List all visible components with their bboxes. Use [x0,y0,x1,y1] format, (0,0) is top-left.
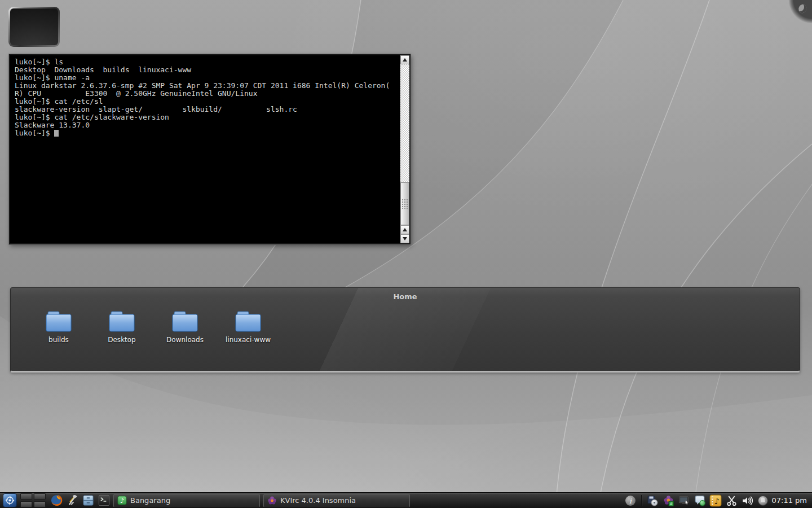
firefox-launcher[interactable] [49,493,64,508]
terminal-line: luko[~]$ uname -a [15,74,398,82]
terminal-cursor [54,130,59,137]
kvirc-tray-icon[interactable]: # [662,494,674,507]
folder-label: linuxaci-www [226,336,271,344]
tray-separator [641,495,642,506]
bangarang-icon: ♪ [117,496,127,505]
scroll-up-button[interactable] [400,55,409,64]
desktop-1-thumbnail[interactable] [20,493,32,500]
file-manager-launcher[interactable] [81,493,95,508]
desktop-4-thumbnail[interactable] [34,501,46,507]
kde-menu-button[interactable] [2,493,17,508]
terminal-line: slackware-version slapt-get/ slkbuild/ s… [15,106,398,113]
folder-view-title: Home [11,288,800,301]
messenger-icon[interactable] [694,494,706,507]
cashew-icon [797,3,807,14]
device-notifier-icon[interactable] [646,494,659,507]
terminal-line: luko[~]$ cat /etc/slackware-version [15,113,398,121]
terminal-scrollbar[interactable] [400,55,409,243]
up-arrow-icon [403,58,407,62]
scroll-down-button[interactable] [400,234,409,243]
media-player-icon[interactable]: ♪ [709,494,722,507]
kvirc-icon [267,496,277,505]
volume-icon[interactable] [741,494,753,507]
scrollbar-thumb[interactable] [400,182,409,225]
terminal-line: R) CPU E3300 @ 2.50GHz GenuineIntel GNU/… [15,90,398,98]
system-tray: i # [624,494,769,507]
firefox-icon [50,494,63,507]
folder-label: Downloads [166,336,204,344]
folder-icon [233,309,263,334]
terminal-prompt-line: luko[~]$ [15,129,398,137]
folder-list: builds Desktop Downloads [11,301,800,344]
terminal-launcher[interactable] [96,493,111,508]
folder-icon [44,309,73,334]
folder-item-desktop[interactable]: Desktop [96,309,147,344]
folder-label: Desktop [108,336,136,344]
folder-icon [170,309,200,334]
folder-item-linuxaci-www[interactable]: linuxaci-www [223,309,273,344]
terminal-prompt: luko[~]$ [15,129,54,137]
system-tools-launcher[interactable] [65,493,80,508]
info-icon[interactable]: i [624,494,637,507]
notifications-icon[interactable] [757,494,769,507]
taskbar-clock[interactable]: 07:11 pm [769,496,810,505]
klipper-scissors-icon[interactable] [725,494,738,507]
system-tools-icon [66,494,79,507]
svg-text:♪: ♪ [120,497,124,505]
folder-icon [107,309,136,334]
folder-label: builds [48,336,69,344]
terminal-line: luko[~]$ cat /etc/sl [15,98,398,106]
task-button-bangarang[interactable]: ♪ Bangarang [113,494,260,507]
thumb-grip-icon [401,199,408,209]
terminal-line: luko[~]$ ls [15,58,398,66]
display-icon[interactable] [678,494,690,507]
terminal-line: Linux darkstar 2.6.37.6-smp #2 SMP Sat A… [15,82,398,90]
scrollbar-track[interactable] [400,64,409,225]
down-arrow-icon [403,237,407,240]
task-button-kvirc[interactable]: KVIrc 4.0.4 Insomnia [263,494,410,507]
up-arrow-icon [403,228,407,231]
folder-view-widget[interactable]: Home builds Desktop [10,287,800,373]
kde-menu-icon [3,493,17,507]
virtual-desktop-pager[interactable] [20,493,46,507]
desktop-2-thumbnail[interactable] [34,493,46,500]
terminal-line: Desktop Downloads builds linuxaci-www [15,66,398,74]
folder-item-downloads[interactable]: Downloads [160,309,210,344]
desktop-3-thumbnail[interactable] [20,501,32,507]
terminal-line: Slackware 13.37.0 [15,121,398,129]
svg-text:♪: ♪ [714,497,720,506]
terminal-window[interactable]: luko[~]$ ls Desktop Downloads builds lin… [9,54,411,244]
file-manager-icon [82,494,95,507]
taskbar-panel: ♪ Bangarang KVIrc 4.0.4 Insomnia i [0,492,812,508]
task-label: Bangarang [130,496,170,505]
folder-item-builds[interactable]: builds [33,309,84,344]
terminal-output[interactable]: luko[~]$ ls Desktop Downloads builds lin… [10,55,400,243]
scroll-up-button-bottom[interactable] [400,225,409,234]
terminal-icon [98,494,111,507]
mini-plasmoid-widget[interactable] [8,7,60,47]
svg-text:#: # [669,501,673,506]
mini-plasmoid-surface [10,8,58,45]
task-label: KVIrc 4.0.4 Insomnia [280,496,356,505]
